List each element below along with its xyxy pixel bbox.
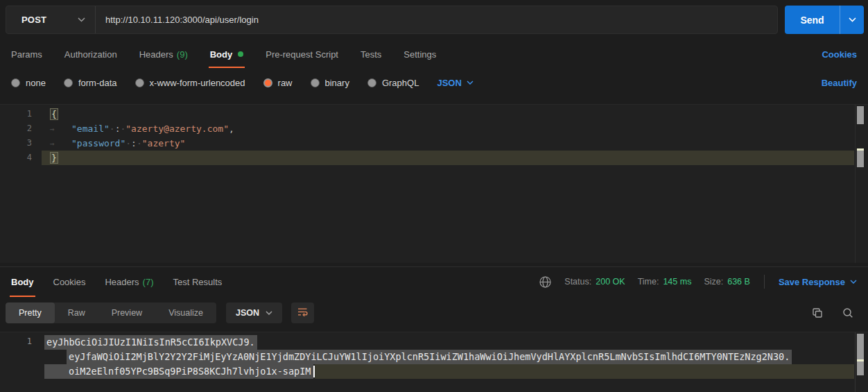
response-body-viewer[interactable]: 1 eyJhbGciOiJIUzI1NiIsInR5cCI6IkpXVCJ9. … bbox=[0, 332, 868, 392]
body-content-dot bbox=[238, 51, 243, 57]
tab-headers[interactable]: Headers(9) bbox=[139, 40, 188, 68]
chevron-down-icon bbox=[849, 17, 856, 22]
close-brace: } bbox=[50, 152, 58, 164]
radio-raw[interactable]: raw bbox=[263, 78, 293, 88]
send-button[interactable]: Send bbox=[785, 6, 840, 34]
radio-icon bbox=[64, 78, 73, 87]
jwt-payload-row: eyJfaWQiOiI2MjBlY2Y2Y2FiMjEyYzA0NjE1Yjdm… bbox=[0, 350, 868, 364]
body-language-select[interactable]: JSON bbox=[437, 78, 473, 88]
copy-icon[interactable] bbox=[811, 307, 824, 319]
chevron-down-icon bbox=[467, 80, 474, 85]
time-value: 145 ms bbox=[663, 277, 691, 287]
selected-text: eyJfaWQiOiI2MjBlY2Y2Y2FiMjEyYzA0NjE1Yjdm… bbox=[67, 350, 792, 364]
selected-text: eyJhbGciOiJIUzI1NiIsInR5cCI6IkpXVCJ9. bbox=[44, 335, 257, 350]
tab-authorization[interactable]: Authorization bbox=[64, 40, 117, 68]
save-response-button[interactable]: Save Response bbox=[779, 277, 857, 287]
response-actions bbox=[811, 307, 862, 319]
radio-icon bbox=[135, 78, 144, 87]
current-line-highlight bbox=[315, 364, 855, 379]
chevron-down-icon bbox=[78, 17, 85, 22]
response-tab-cookies[interactable]: Cookies bbox=[53, 267, 86, 297]
response-tab-headers[interactable]: Headers(7) bbox=[105, 267, 153, 297]
url-input[interactable]: http://10.10.11.120:3000/api/user/login bbox=[96, 15, 777, 25]
status-indicator: Status:200 OK bbox=[564, 277, 625, 287]
jwt-header-row: eyJhbGciOiJIUzI1NiIsInR5cCI6IkpXVCJ9. bbox=[0, 335, 868, 350]
line-number: 3 bbox=[0, 136, 42, 151]
headers-count: (9) bbox=[177, 49, 188, 60]
jwt-signature-row: oiM2eElnf05YPc9BSq9PiP8S8KCJh7lvhjo1x-sa… bbox=[0, 364, 868, 379]
tab-body[interactable]: Body bbox=[210, 40, 244, 68]
request-tabs: Params Authorization Headers(9) Body Pre… bbox=[11, 40, 857, 68]
view-raw[interactable]: Raw bbox=[55, 302, 98, 323]
url-field: POST http://10.10.11.120:3000/api/user/l… bbox=[6, 6, 778, 34]
chevron-down-icon bbox=[850, 280, 857, 284]
response-header: Body Cookies Headers(7) Test Results Sta… bbox=[0, 266, 868, 296]
code-line-current: 4 } bbox=[0, 151, 868, 165]
method-label: POST bbox=[21, 15, 46, 25]
body-type-bar: none form-data x-www-form-urlencoded raw… bbox=[11, 69, 857, 96]
radio-binary[interactable]: binary bbox=[311, 78, 349, 88]
code-line: 2 →"email"·:·"azerty@azerty.com", bbox=[0, 121, 868, 136]
view-pretty[interactable]: Pretty bbox=[6, 302, 55, 323]
beautify-link[interactable]: Beautify bbox=[822, 78, 857, 88]
network-globe-icon[interactable] bbox=[539, 275, 552, 289]
code-line: 3 →"password"·:·"azerty" bbox=[0, 136, 868, 151]
send-split-button: Send bbox=[785, 6, 864, 34]
line-number: 1 bbox=[0, 107, 42, 121]
line-number: 4 bbox=[0, 151, 42, 165]
scrollbar-thumb[interactable] bbox=[857, 106, 864, 124]
response-tabs: Body Cookies Headers(7) Test Results bbox=[11, 267, 222, 296]
response-toolbar: Pretty Raw Preview Visualize JSON bbox=[6, 300, 862, 326]
radio-form-data[interactable]: form-data bbox=[64, 78, 117, 88]
line-number: 2 bbox=[0, 121, 42, 136]
search-icon[interactable] bbox=[842, 307, 854, 319]
scrollbar-thumb[interactable] bbox=[857, 334, 864, 359]
scrollbar-thumb[interactable] bbox=[857, 361, 864, 375]
request-body-editor[interactable]: 1 { 2 →"email"·:·"azerty@azerty.com", 3 … bbox=[0, 104, 868, 263]
wrap-lines-button[interactable] bbox=[291, 302, 314, 323]
response-meta: Status:200 OK Time:145 ms Size:636 B Sav… bbox=[539, 275, 857, 289]
selected-text: oiM2eElnf05YPc9BSq9PiP8S8KCJh7lvhjo1x-sa… bbox=[44, 364, 313, 379]
size-value: 636 B bbox=[727, 277, 750, 287]
view-preview[interactable]: Preview bbox=[98, 302, 155, 323]
tab-tests[interactable]: Tests bbox=[361, 40, 381, 68]
response-language-select[interactable]: JSON bbox=[226, 302, 282, 323]
tab-params[interactable]: Params bbox=[11, 40, 42, 68]
radio-none[interactable]: none bbox=[11, 78, 46, 88]
time-indicator: Time:145 ms bbox=[638, 277, 692, 287]
tab-settings[interactable]: Settings bbox=[403, 40, 436, 68]
radio-selected-icon bbox=[263, 78, 272, 87]
cookies-link[interactable]: Cookies bbox=[822, 49, 857, 60]
chevron-down-icon bbox=[266, 311, 272, 315]
wrap-lines-icon bbox=[297, 306, 309, 321]
tab-whitespace-icon: → bbox=[50, 122, 71, 137]
editor-scrollbar[interactable] bbox=[855, 105, 865, 263]
response-tab-body[interactable]: Body bbox=[11, 267, 34, 297]
response-view-switch: Pretty Raw Preview Visualize bbox=[6, 302, 216, 323]
radio-icon bbox=[311, 78, 320, 87]
postman-window: POST http://10.10.11.120:3000/api/user/l… bbox=[0, 0, 868, 392]
code-line: 1 { bbox=[0, 107, 868, 121]
radio-icon bbox=[11, 78, 20, 87]
radio-graphql[interactable]: GraphQL bbox=[367, 78, 419, 88]
send-options-button[interactable] bbox=[840, 6, 864, 34]
size-indicator: Size:636 B bbox=[704, 277, 749, 287]
tab-whitespace-icon: → bbox=[50, 137, 71, 151]
method-select[interactable]: POST bbox=[6, 6, 95, 33]
response-scrollbar[interactable] bbox=[855, 332, 865, 392]
view-visualize[interactable]: Visualize bbox=[155, 302, 216, 323]
response-tab-test-results[interactable]: Test Results bbox=[173, 267, 223, 297]
radio-x-www-form-urlencoded[interactable]: x-www-form-urlencoded bbox=[135, 78, 245, 88]
open-brace: { bbox=[50, 108, 58, 120]
scrollbar-thumb[interactable] bbox=[857, 151, 864, 167]
radio-icon bbox=[367, 78, 376, 87]
divider bbox=[764, 275, 765, 289]
tab-pre-request-script[interactable]: Pre-request Script bbox=[266, 40, 338, 68]
response-line-number: 1 bbox=[0, 336, 42, 346]
status-value: 200 OK bbox=[596, 277, 625, 287]
response-headers-count: (7) bbox=[143, 277, 154, 287]
request-url-bar: POST http://10.10.11.120:3000/api/user/l… bbox=[6, 6, 864, 34]
